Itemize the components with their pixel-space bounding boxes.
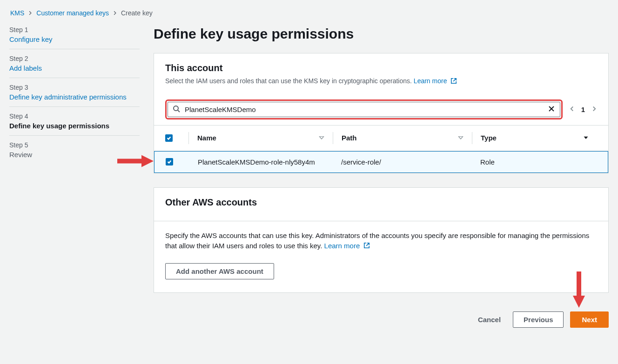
sidebar-step-3[interactable]: Step 3 Define key administrative permiss… <box>9 78 140 106</box>
sort-icon <box>583 134 589 142</box>
this-account-card: This account Select the IAM users and ro… <box>154 53 609 173</box>
footer-actions: Cancel Previous Next <box>154 307 609 328</box>
learn-more-link[interactable]: Learn more <box>414 77 457 85</box>
external-link-icon <box>450 78 457 86</box>
sort-icon <box>458 134 464 142</box>
step-label: Step 1 <box>9 26 140 33</box>
row-name: PlanetScaleKMSDemo-role-nly58y4m <box>198 158 332 166</box>
column-name[interactable]: Name <box>197 134 333 142</box>
pagination: 1 <box>569 106 597 113</box>
arrow-annotation <box>117 154 154 170</box>
previous-button[interactable]: Previous <box>513 311 564 328</box>
row-type: Role <box>480 158 597 166</box>
step-label: Step 2 <box>9 55 140 62</box>
step-label: Step 5 <box>9 141 140 149</box>
row-checkbox[interactable] <box>166 158 173 165</box>
sidebar-step-1[interactable]: Step 1 Configure key <box>9 26 140 49</box>
arrow-annotation <box>571 271 586 310</box>
svg-point-0 <box>174 106 178 111</box>
breadcrumb: KMS Customer managed keys Create key <box>9 9 609 17</box>
search-input[interactable] <box>185 106 543 113</box>
card-subtitle: Select the IAM users and roles that can … <box>165 77 597 86</box>
step-title[interactable]: Add labels <box>9 64 140 72</box>
breadcrumb-cmk[interactable]: Customer managed keys <box>36 9 109 17</box>
step-label: Step 4 <box>9 113 140 120</box>
row-path: /service-role/ <box>341 158 471 166</box>
page-title: Define key usage permissions <box>154 26 609 42</box>
sort-icon <box>319 134 324 142</box>
step-label: Step 3 <box>9 84 140 91</box>
chevron-right-icon <box>28 11 33 15</box>
table-row[interactable]: PlanetScaleKMSDemo-role-nly58y4m /servic… <box>154 151 608 173</box>
select-all-checkbox[interactable] <box>165 134 173 142</box>
sidebar-step-4: Step 4 Define key usage permissions <box>9 106 140 135</box>
learn-more-link[interactable]: Learn more <box>324 242 370 250</box>
card-title: This account <box>165 63 597 73</box>
breadcrumb-kms[interactable]: KMS <box>10 9 24 17</box>
chevron-right-icon <box>113 11 117 15</box>
pagination-next[interactable] <box>591 106 597 113</box>
cancel-button[interactable]: Cancel <box>472 312 506 327</box>
card-description: Specify the AWS accounts that can use th… <box>165 231 597 252</box>
wizard-sidebar: Step 1 Configure key Step 2 Add labels S… <box>9 26 140 328</box>
breadcrumb-current: Create key <box>121 9 153 17</box>
step-title[interactable]: Configure key <box>9 35 140 43</box>
external-link-icon <box>363 241 370 252</box>
step-title[interactable]: Define key administrative permissions <box>9 93 140 101</box>
column-path[interactable]: Path <box>342 134 472 142</box>
sidebar-step-2[interactable]: Step 2 Add labels <box>9 49 140 78</box>
card-title: Other AWS accounts <box>165 197 597 208</box>
step-title: Define key usage permissions <box>9 122 140 130</box>
search-icon <box>173 105 180 114</box>
clear-search-icon[interactable] <box>548 105 555 114</box>
column-type[interactable]: Type <box>481 134 597 142</box>
pagination-prev[interactable] <box>569 106 575 113</box>
page-number: 1 <box>581 106 585 113</box>
next-button[interactable]: Next <box>570 311 609 328</box>
add-account-button[interactable]: Add another AWS account <box>165 263 274 279</box>
table-header: Name Path Type <box>154 125 608 151</box>
search-highlight <box>165 99 563 119</box>
other-accounts-card: Other AWS accounts Specify the AWS accou… <box>154 187 609 293</box>
